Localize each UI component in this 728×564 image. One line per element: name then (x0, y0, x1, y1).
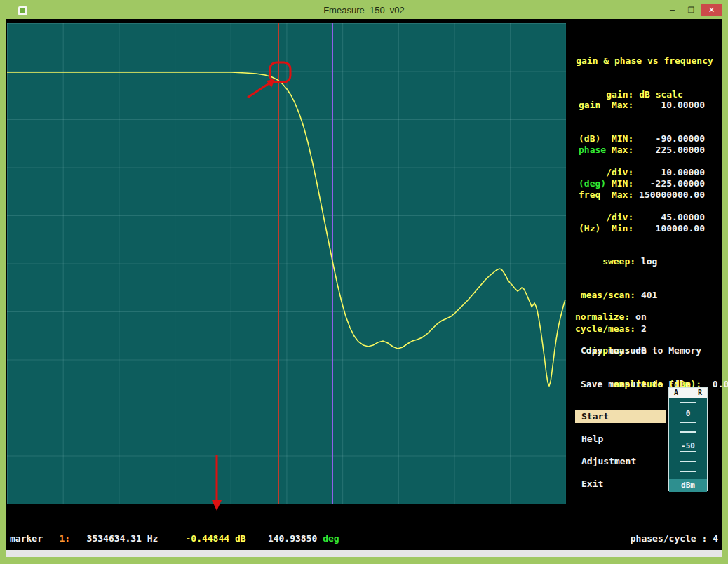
gain-max-row: gain Max: 10.00000 (579, 100, 705, 111)
phase-max-label: Max: (606, 145, 633, 155)
level-meter: A R 0 -50 dBm (668, 387, 708, 491)
sweep-value: log (635, 256, 657, 267)
marker1-db: -0.44844 (158, 533, 229, 544)
menu-item-start[interactable]: Start (575, 410, 666, 423)
meter-label-0: 0 (669, 409, 707, 418)
window-title: Fmeasure_150_v02 (0, 5, 728, 15)
phase-max-row: phase Max: 225.00000 (579, 145, 705, 156)
titlebar: Fmeasure_150_v02 ─ ❐ ✕ (0, 0, 728, 19)
freq-max-label: freq Max: (579, 189, 633, 200)
marker1-deg: 140.93850 (246, 533, 318, 544)
phase-label: phase (579, 145, 606, 155)
normalize-label: normalize: (575, 311, 630, 322)
start-label: Start (581, 411, 609, 422)
gain-max-value: 10.00000 (633, 100, 705, 110)
copy-measure-button[interactable]: Copy measure to Memory (581, 345, 701, 356)
marker1-freq: 3534634.31 (70, 533, 142, 544)
close-button[interactable]: ✕ (701, 4, 722, 16)
marker1-deg-unit: deg (317, 533, 339, 544)
minimize-button[interactable]: ─ (663, 4, 682, 16)
menu-item-exit[interactable]: Exit (581, 478, 603, 490)
panel-header-line1: gain & phase vs frequency (566, 55, 723, 67)
window-controls: ─ ❐ ✕ (663, 4, 722, 16)
meter-channel-r-label: R (698, 388, 702, 398)
menu-item-help[interactable]: Help (581, 434, 603, 445)
marker1-db-unit: dB (229, 533, 245, 544)
meter-scale: 0 -50 (669, 398, 707, 479)
meter-channels: A R (669, 388, 707, 398)
normalize-value: on (630, 311, 646, 322)
freq-min-row: (Hz) Min: 100000.00 (579, 223, 705, 234)
meter-label-minus50: -50 (669, 441, 707, 450)
sweep-row: sweep: log (575, 256, 657, 267)
marker1-hz-unit: Hz (142, 533, 158, 544)
app-window: Fmeasure_150_v02 ─ ❐ ✕ gain & phase vs f… (0, 0, 728, 564)
freq-min-label: (Hz) Min: (579, 223, 633, 234)
meter-channel-a-label: A (674, 388, 678, 398)
plot-area[interactable] (7, 23, 566, 504)
phases-per-cycle: phases/cycle : 4 (570, 533, 718, 544)
bottom-strip (6, 550, 722, 557)
phase-max-value: 225.00000 (633, 145, 705, 155)
maximize-button[interactable]: ❐ (682, 4, 701, 16)
marker1-row: marker 1: 3534634.31 Hz -0.44844 dB 140.… (10, 533, 339, 544)
marker1-number: 1: (48, 533, 70, 544)
menu-item-adjustment[interactable]: Adjustment (581, 456, 636, 467)
meter-unit-label: dBm (669, 479, 707, 492)
freq-max-value: 150000000.00 (633, 189, 705, 200)
content-area: gain & phase vs frequency gain: dB scalc… (6, 19, 722, 550)
plot-svg (7, 23, 566, 504)
normalize-row[interactable]: normalize: on (575, 311, 647, 323)
sweep-label: sweep: (575, 256, 635, 267)
gain-max-label: gain Max: (579, 100, 633, 110)
gain-curve (7, 72, 565, 386)
freq-max-row: freq Max: 150000000.00 (579, 189, 705, 201)
marker1-label: marker (10, 533, 48, 544)
freq-min-value: 100000.00 (633, 223, 705, 234)
